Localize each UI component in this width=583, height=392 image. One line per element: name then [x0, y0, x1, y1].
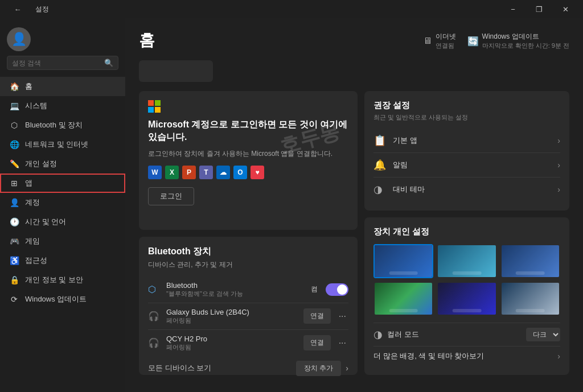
network-status[interactable]: 🖥 이더넷 연결됨 — [423, 32, 456, 50]
minimize-button[interactable]: − — [500, 0, 526, 18]
user-profile-box[interactable] — [139, 60, 213, 82]
update-sub: 마지막으로 확인한 시간: 9분 전 — [482, 42, 569, 50]
dev-card: 장치 개인 설정 ◑ 컬러 모드 — [364, 217, 569, 375]
restore-button[interactable]: ❐ — [526, 0, 552, 18]
sidebar-item-update[interactable]: ⟳ Windows 업데이트 — [0, 290, 125, 309]
update-info: Windows 업데이트 마지막으로 확인한 시간: 9분 전 — [482, 32, 569, 50]
rec-label-2: 대비 테마 — [393, 184, 552, 195]
nav-icon-accounts: 👤 — [9, 197, 19, 208]
nav-label-time: 시간 및 언어 — [25, 217, 66, 227]
color-mode-icon: ◑ — [373, 328, 383, 341]
wallpaper-1[interactable] — [373, 244, 433, 278]
device-sub-1: 페어링됨 — [166, 343, 298, 352]
more-button-1[interactable]: ··· — [336, 337, 348, 349]
nav-icon-system: 💻 — [9, 101, 19, 111]
device-info-1: QCY H2 Pro 페어링됨 — [166, 335, 298, 352]
sidebar-item-personalization[interactable]: ✏️ 개인 설정 — [0, 154, 125, 174]
bt-toggle[interactable] — [326, 283, 348, 296]
rec-chevron-1: › — [557, 160, 560, 170]
rec-item-1[interactable]: 🔔 알림 › — [373, 153, 560, 178]
search-input[interactable] — [12, 59, 101, 67]
page-title: 홈 — [139, 30, 155, 51]
nav-label-system: 시스템 — [25, 101, 47, 111]
sidebar-item-accessibility[interactable]: ♿ 접근성 — [0, 251, 125, 270]
rec-card: 권장 설정 최근 및 일반적으로 사용되는 설정 📋 기본 앱 › 🔔 알림 ›… — [364, 91, 569, 211]
nav-icon-update: ⟳ — [9, 294, 19, 304]
update-icon: 🔄 — [467, 36, 479, 47]
app-excel: X — [165, 166, 179, 179]
ms-logo — [148, 100, 161, 113]
avatar[interactable]: 👤 — [7, 27, 31, 51]
network-info: 이더넷 연결됨 — [436, 32, 456, 50]
wallpaper-grid — [373, 244, 560, 316]
app-container: 👤 🔍 🏠 홈 💻 시스템 ⬡ Bluetooth 및 장치 🌐 네트워크 및 … — [0, 18, 583, 392]
left-column: Microsoft 계정으로 로그인하면 모든 것이 여기에 있습니다. 로그인… — [139, 91, 358, 375]
nav-label-accounts: 계정 — [25, 197, 40, 208]
wallpaper-2[interactable] — [437, 244, 496, 278]
nav-icon-network: 🌐 — [9, 139, 19, 150]
sidebar-item-network[interactable]: 🌐 네트워크 및 인터넷 — [0, 135, 125, 154]
update-label: Windows 업데이트 — [482, 32, 569, 42]
more-button-0[interactable]: ··· — [336, 310, 348, 323]
sidebar-item-system[interactable]: 💻 시스템 — [0, 96, 125, 115]
color-mode-select[interactable]: 다크 밝게 — [526, 328, 560, 341]
sidebar: 👤 🔍 🏠 홈 💻 시스템 ⬡ Bluetooth 및 장치 🌐 네트워크 및 … — [0, 18, 125, 392]
user-icon: 👤 — [11, 32, 27, 47]
network-icon: 🖥 — [423, 36, 432, 46]
bt-footer: 모든 디바이스 보기 장치 추가 › — [148, 356, 348, 376]
nav-icon-bluetooth: ⬡ — [9, 120, 19, 130]
bt-footer-buttons: 장치 추가 › — [296, 361, 348, 376]
more-themes-chevron-icon: › — [557, 352, 560, 361]
more-themes-row[interactable]: 더 많은 배경, 색 및 테마 찾아보기 › — [373, 346, 560, 366]
add-device-button[interactable]: 장치 추가 — [296, 361, 341, 376]
app-word: W — [148, 166, 162, 179]
nav-label-network: 네트워크 및 인터넷 — [25, 139, 88, 150]
sidebar-top: 👤 🔍 — [0, 23, 125, 77]
rec-items-list: 📋 기본 앱 › 🔔 알림 › ◑ 대비 테마 › — [373, 129, 560, 201]
rec-item-2[interactable]: ◑ 대비 테마 › — [373, 178, 560, 201]
rec-icon-2: ◑ — [373, 183, 387, 196]
app-onedrive: ☁ — [216, 166, 230, 179]
wallpaper-4[interactable] — [373, 282, 433, 316]
nav-icon-gaming: 🎮 — [9, 236, 19, 246]
rec-item-0[interactable]: 📋 기본 앱 › — [373, 129, 560, 153]
nav-icon-privacy: 🔒 — [9, 275, 19, 285]
bt-main-sub: "블루와함께"으로 검색 가능 — [166, 290, 305, 298]
dev-title: 장치 개인 설정 — [373, 226, 560, 237]
device-info-0: Galaxy Buds Live (2B4C) 페어링됨 — [166, 308, 298, 325]
color-mode-row: ◑ 컬러 모드 다크 밝게 — [373, 323, 560, 346]
connect-button-0[interactable]: 연결 — [303, 308, 331, 324]
view-all-label: 모든 디바이스 보기 — [148, 363, 211, 373]
sidebar-item-accounts[interactable]: 👤 계정 — [0, 193, 125, 212]
sidebar-item-gaming[interactable]: 🎮 게임 — [0, 232, 125, 251]
back-button[interactable]: ← — [5, 0, 31, 18]
toggle-knob — [337, 284, 347, 295]
update-status[interactable]: 🔄 Windows 업데이트 마지막으로 확인한 시간: 9분 전 — [467, 32, 569, 50]
device-list: 🎧 Galaxy Buds Live (2B4C) 페어링됨 연결 ··· 🎧 … — [148, 303, 348, 356]
device-name-0: Galaxy Buds Live (2B4C) — [166, 308, 298, 316]
login-button[interactable]: 로그인 — [148, 187, 194, 205]
nav-label-gaming: 게임 — [25, 236, 40, 246]
sidebar-item-privacy[interactable]: 🔒 개인 정보 및 보안 — [0, 270, 125, 290]
search-box[interactable]: 🔍 — [7, 56, 118, 70]
nav-label-apps: 앱 — [25, 178, 32, 188]
nav-label-accessibility: 접근성 — [25, 255, 47, 266]
bt-card-title: Bluetooth 장치 — [148, 246, 348, 258]
ms-logo-yellow — [155, 107, 161, 113]
wallpaper-3[interactable] — [500, 244, 560, 278]
sidebar-item-time[interactable]: 🕐 시간 및 언어 — [0, 212, 125, 232]
network-sub: 연결됨 — [436, 42, 456, 50]
titlebar-title: 설정 — [35, 5, 49, 14]
sidebar-item-home[interactable]: 🏠 홈 — [0, 77, 125, 96]
wallpaper-6[interactable] — [500, 282, 560, 316]
wallpaper-5[interactable] — [437, 282, 496, 316]
ms-logo-green — [155, 100, 161, 106]
connect-button-1[interactable]: 연결 — [303, 335, 331, 350]
sidebar-item-bluetooth[interactable]: ⬡ Bluetooth 및 장치 — [0, 115, 125, 135]
sidebar-item-apps[interactable]: ⊞ 앱 — [0, 174, 125, 193]
close-button[interactable]: ✕ — [552, 0, 578, 18]
nav-icon-time: 🕐 — [9, 217, 19, 227]
nav-icon-home: 🏠 — [9, 81, 19, 92]
bt-main-info: Bluetooth "블루와함께"으로 검색 가능 — [166, 281, 305, 298]
titlebar-left: ← 설정 — [5, 0, 49, 18]
